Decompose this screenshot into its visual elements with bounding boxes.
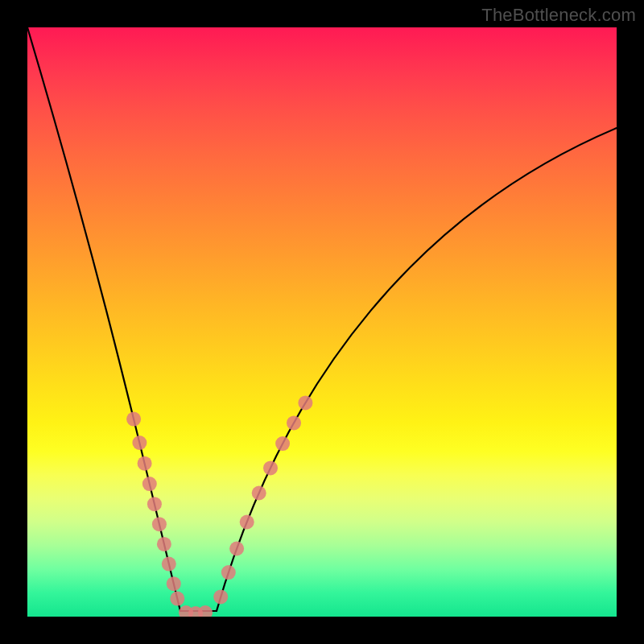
data-dot-right-1 bbox=[221, 565, 236, 580]
left-curve bbox=[27, 27, 217, 611]
data-dot-bottom-2 bbox=[198, 605, 213, 617]
data-dot-right-0 bbox=[213, 589, 228, 604]
gradient-plot-area bbox=[27, 27, 617, 617]
data-dot-right-4 bbox=[252, 486, 266, 501]
chart-canvas: TheBottleneck.com bbox=[0, 0, 644, 644]
data-dot-left-1 bbox=[132, 436, 147, 450]
data-dot-left-9 bbox=[170, 592, 184, 606]
bottleneck-curve-svg bbox=[27, 27, 617, 617]
right-curve bbox=[217, 128, 617, 611]
data-dot-left-5 bbox=[152, 517, 167, 531]
data-dot-right-8 bbox=[298, 395, 312, 410]
data-dot-left-7 bbox=[162, 557, 176, 572]
data-dot-group bbox=[126, 395, 312, 617]
data-dot-right-7 bbox=[287, 415, 301, 430]
data-dot-right-6 bbox=[275, 436, 290, 451]
data-dot-left-0 bbox=[126, 412, 141, 427]
data-dot-left-6 bbox=[157, 537, 171, 551]
data-dot-right-5 bbox=[263, 460, 278, 475]
data-dot-right-2 bbox=[229, 542, 244, 556]
data-dot-right-3 bbox=[240, 515, 254, 530]
data-dot-left-8 bbox=[167, 576, 181, 591]
data-dot-left-4 bbox=[147, 497, 162, 511]
data-dot-left-2 bbox=[138, 456, 152, 471]
watermark-text: TheBottleneck.com bbox=[481, 5, 636, 26]
data-dot-left-3 bbox=[142, 477, 157, 491]
